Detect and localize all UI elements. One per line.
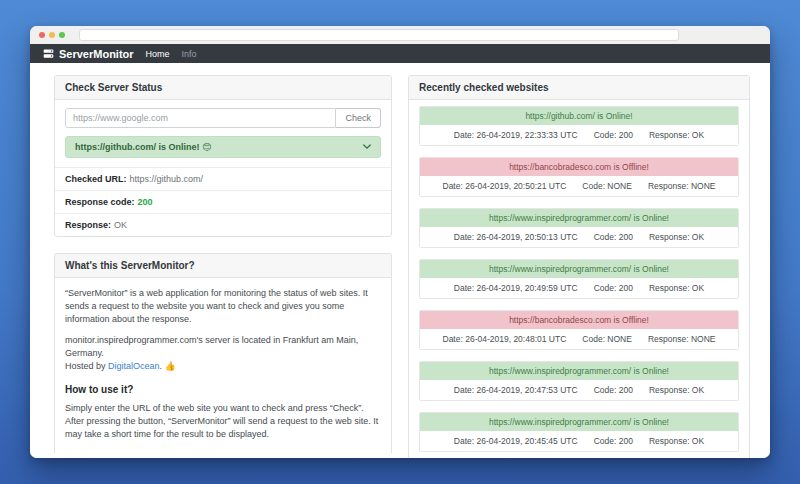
entry-details: Date: 26-04-2019, 20:50:21 UTC Code: NON… (420, 176, 738, 196)
chevron-down-icon (363, 144, 371, 150)
entry-response: Response: OK (649, 130, 704, 140)
entry-response: Response: OK (649, 232, 704, 242)
entry-details: Date: 26-04-2019, 20:48:01 UTC Code: NON… (420, 329, 738, 349)
entry-code: Code: 200 (594, 385, 633, 395)
digitalocean-link[interactable]: DigitalOcean (108, 361, 160, 371)
recent-entry: https://www.inspiredprogrammer.com/ is O… (419, 412, 739, 452)
browser-chrome (30, 26, 770, 44)
page-content: Check Server Status Check https://github… (30, 63, 770, 458)
url-input[interactable] (65, 108, 336, 128)
entry-status-headline: https://www.inspiredprogrammer.com/ is O… (420, 209, 738, 227)
entry-details: Date: 26-04-2019, 20:50:13 UTC Code: 200… (420, 227, 738, 247)
entry-date: Date: 26-04-2019, 22:33:33 UTC (454, 130, 578, 140)
entry-status-headline: https://github.com/ is Online! (420, 107, 738, 125)
browser-window: ServerMonitor Home Info Check Server Sta… (30, 26, 770, 458)
hosted-prefix: Hosted by (65, 361, 108, 371)
result-row-value: https://github.com/ (130, 174, 204, 184)
status-alert[interactable]: https://github.com/ is Online! 😊 (65, 136, 381, 158)
entry-code: Code: 200 (594, 130, 633, 140)
result-row-label: Response code: (65, 197, 135, 207)
status-alert-text: https://github.com/ is Online! 😊 (75, 142, 211, 152)
entry-response: Response: OK (649, 436, 704, 446)
check-server-card: Check Server Status Check https://github… (54, 75, 392, 237)
entry-status-headline: https://www.inspiredprogrammer.com/ is O… (420, 362, 738, 380)
entry-status-headline: https://bancobradesco.com is Offline! (420, 158, 738, 176)
entry-status-headline: https://bancobradesco.com is Offline! (420, 311, 738, 329)
brand-label: ServerMonitor (59, 48, 134, 60)
recent-card: Recently checked websites https://github… (408, 75, 750, 458)
entry-status-headline: https://www.inspiredprogrammer.com/ is O… (420, 260, 738, 278)
entry-date: Date: 26-04-2019, 20:50:13 UTC (454, 232, 578, 242)
thumbs-up-emoji: 👍 (165, 361, 176, 371)
entry-response: Response: NONE (648, 181, 716, 191)
about-card-title: What's this ServerMonitor? (55, 254, 391, 278)
result-row-value: 200 (138, 197, 153, 207)
recent-entry: https://www.inspiredprogrammer.com/ is O… (419, 208, 739, 248)
entry-date: Date: 26-04-2019, 20:47:53 UTC (454, 385, 578, 395)
howto-text: Simply enter the URL of the web site you… (65, 402, 381, 441)
entry-code: Code: 200 (594, 283, 633, 293)
minimize-window-icon[interactable] (49, 32, 55, 38)
result-list: Checked URL:https://github.com/ Response… (55, 167, 391, 236)
right-column: Recently checked websites https://github… (408, 75, 750, 458)
nav-link-info[interactable]: Info (182, 49, 197, 59)
recent-entry: https://www.inspiredprogrammer.com/ is O… (419, 259, 739, 299)
howto-title: How to use it? (65, 383, 381, 398)
result-row-value: OK (114, 220, 127, 230)
result-row: Response:OK (55, 213, 391, 236)
browser-url-bar[interactable] (79, 29, 679, 41)
entry-status-headline: https://www.inspiredprogrammer.com/ is O… (420, 413, 738, 431)
entry-details: Date: 26-04-2019, 20:49:59 UTC Code: 200… (420, 278, 738, 298)
entry-date: Date: 26-04-2019, 20:48:01 UTC (443, 334, 567, 344)
about-card: What's this ServerMonitor? “ServerMonito… (54, 253, 392, 453)
maximize-window-icon[interactable] (59, 32, 65, 38)
entry-date: Date: 26-04-2019, 20:49:59 UTC (454, 283, 578, 293)
entry-code: Code: NONE (582, 334, 632, 344)
entry-code: Code: NONE (582, 181, 632, 191)
entry-details: Date: 26-04-2019, 22:33:33 UTC Code: 200… (420, 125, 738, 145)
entry-code: Code: 200 (594, 436, 633, 446)
url-input-group: Check (65, 108, 381, 128)
navbar: ServerMonitor Home Info (30, 44, 770, 63)
entry-response: Response: OK (649, 385, 704, 395)
server-icon (43, 48, 54, 59)
close-window-icon[interactable] (39, 32, 45, 38)
about-paragraph-1: “ServerMonitor” is a web application for… (65, 287, 381, 326)
check-button[interactable]: Check (336, 108, 381, 128)
nav-link-home[interactable]: Home (146, 49, 170, 59)
entry-details: Date: 26-04-2019, 20:47:53 UTC Code: 200… (420, 380, 738, 400)
brand[interactable]: ServerMonitor (43, 48, 134, 60)
result-row-label: Response: (65, 220, 111, 230)
entry-response: Response: NONE (648, 334, 716, 344)
entry-response: Response: OK (649, 283, 704, 293)
entry-code: Code: 200 (594, 232, 633, 242)
recent-entry: https://www.inspiredprogrammer.com/ is O… (419, 361, 739, 401)
left-column: Check Server Status Check https://github… (54, 75, 392, 458)
result-row-label: Checked URL: (65, 174, 127, 184)
server-location-text: monitor.inspiredprogrammer.com's server … (65, 335, 358, 358)
recent-entry: https://bancobradesco.com is Offline! Da… (419, 310, 739, 350)
about-paragraph-2: monitor.inspiredprogrammer.com's server … (65, 334, 381, 373)
result-row: Response code:200 (55, 190, 391, 213)
recent-list: https://github.com/ is Online! Date: 26-… (409, 100, 749, 458)
recent-entry: https://github.com/ is Online! Date: 26-… (419, 106, 739, 146)
check-card-title: Check Server Status (55, 76, 391, 100)
result-row: Checked URL:https://github.com/ (55, 167, 391, 190)
recent-card-title: Recently checked websites (409, 76, 749, 100)
entry-details: Date: 26-04-2019, 20:45:45 UTC Code: 200… (420, 431, 738, 451)
recent-entry: https://bancobradesco.com is Offline! Da… (419, 157, 739, 197)
entry-date: Date: 26-04-2019, 20:50:21 UTC (443, 181, 567, 191)
entry-date: Date: 26-04-2019, 20:45:45 UTC (454, 436, 578, 446)
